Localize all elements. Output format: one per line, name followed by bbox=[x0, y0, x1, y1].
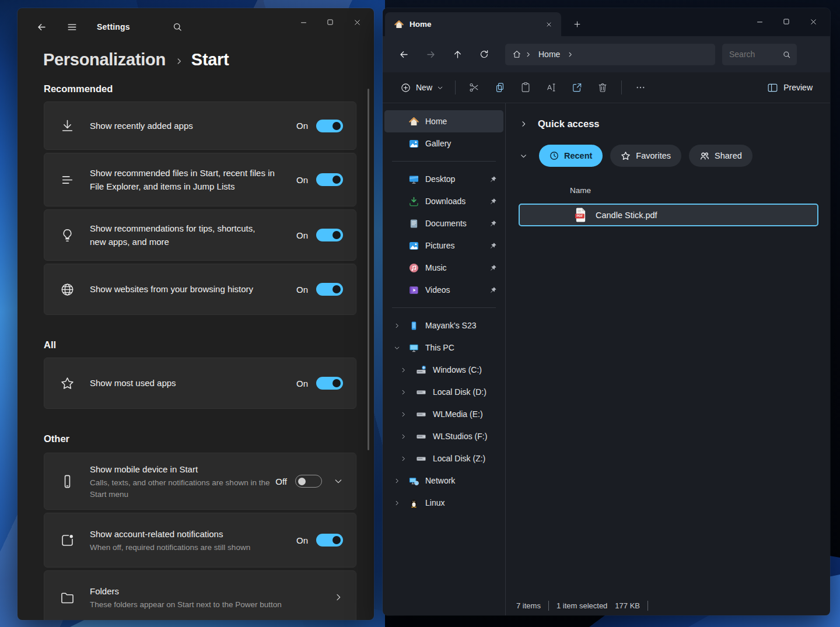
gallery-icon bbox=[409, 139, 419, 149]
nav-up-button[interactable] bbox=[446, 44, 469, 65]
chevron-down-icon[interactable] bbox=[334, 477, 343, 486]
items-count: 7 items bbox=[516, 601, 541, 610]
expander-chevron-icon[interactable] bbox=[394, 500, 400, 506]
toggle-websites-history[interactable] bbox=[316, 283, 343, 296]
maximize-button[interactable] bbox=[317, 12, 344, 33]
sidebar-item-local-disk-d[interactable]: Local Disk (D:) bbox=[384, 381, 503, 403]
cut-button[interactable] bbox=[461, 77, 487, 98]
sidebar-item-this-pc[interactable]: This PC bbox=[384, 337, 503, 359]
breadcrumb-chevron-icon bbox=[175, 57, 183, 65]
paste-button[interactable] bbox=[513, 77, 538, 98]
filter-recent[interactable]: Recent bbox=[539, 145, 603, 167]
sidebar-item-local-disk-z[interactable]: Local Disk (Z:) bbox=[384, 447, 503, 470]
more-options-button[interactable] bbox=[628, 77, 653, 98]
address-bar[interactable]: Home bbox=[505, 44, 715, 65]
sidebar-item-documents[interactable]: Documents bbox=[384, 212, 503, 234]
setting-row-folders[interactable]: Folders These folders appear on Start ne… bbox=[44, 570, 356, 620]
sidebar-item-wlstudios-f[interactable]: WLStudios (F:) bbox=[384, 425, 503, 447]
new-button[interactable]: New bbox=[394, 79, 449, 97]
sidebar-item-windows-c[interactable]: Windows (C:) bbox=[384, 359, 503, 381]
jump-list-icon bbox=[44, 172, 90, 188]
filter-label: Recent bbox=[564, 151, 592, 160]
minimize-button[interactable] bbox=[290, 12, 317, 33]
sidebar-item-home[interactable]: Home bbox=[384, 110, 503, 132]
close-icon bbox=[809, 17, 818, 26]
settings-window: Settings Personalization Start Recommend… bbox=[18, 8, 374, 620]
videos-icon bbox=[409, 285, 419, 295]
sidebar-item-wlmedia-e[interactable]: WLMedia (E:) bbox=[384, 403, 503, 425]
toggle-recommended-files[interactable] bbox=[316, 173, 343, 186]
expander-chevron-icon[interactable] bbox=[394, 345, 400, 351]
chevron-down-icon[interactable] bbox=[520, 152, 527, 160]
setting-title: Show mobile device in Start bbox=[90, 463, 275, 476]
back-arrow-icon bbox=[36, 22, 47, 33]
sidebar-item-videos[interactable]: Videos bbox=[384, 279, 503, 301]
star-icon bbox=[621, 151, 631, 161]
file-row-selected[interactable]: PDF Candle Stick.pdf bbox=[519, 204, 818, 226]
filter-shared[interactable]: Shared bbox=[689, 145, 752, 167]
toggle-account-notifications[interactable] bbox=[316, 534, 343, 547]
nav-forward-button[interactable] bbox=[419, 44, 442, 65]
sidebar-item-label: Linux bbox=[425, 498, 444, 507]
expander-chevron-icon[interactable] bbox=[394, 478, 400, 484]
toggle-most-used-apps[interactable] bbox=[316, 377, 343, 390]
breadcrumb-personalization[interactable]: Personalization bbox=[43, 50, 166, 69]
expander-chevron-icon[interactable] bbox=[394, 323, 400, 329]
sidebar-item-pictures[interactable]: Pictures bbox=[384, 234, 503, 257]
expander-chevron-icon[interactable] bbox=[400, 456, 407, 462]
settings-scrollbar[interactable] bbox=[368, 89, 369, 450]
pin-icon bbox=[489, 264, 497, 272]
pin-icon bbox=[489, 198, 497, 205]
toggle-knob bbox=[298, 478, 306, 485]
setting-row-most-used-apps: Show most used apps On bbox=[44, 358, 356, 409]
globe-icon bbox=[44, 282, 90, 297]
expander-chevron-icon[interactable] bbox=[400, 389, 407, 395]
network-icon bbox=[409, 476, 419, 486]
search-input[interactable] bbox=[729, 50, 782, 59]
home-tab-icon bbox=[394, 20, 404, 29]
sidebar-item-network[interactable]: Network bbox=[384, 470, 503, 492]
address-crumb-home[interactable]: Home bbox=[535, 50, 564, 59]
copy-button[interactable] bbox=[487, 77, 513, 98]
chevron-right-icon[interactable] bbox=[520, 120, 527, 128]
back-arrow-icon bbox=[398, 49, 410, 60]
expander-chevron-icon[interactable] bbox=[400, 433, 407, 440]
close-button[interactable] bbox=[800, 10, 827, 33]
back-button[interactable] bbox=[32, 17, 51, 36]
sidebar-item-gallery[interactable]: Gallery bbox=[384, 132, 503, 155]
settings-titlebar: Settings bbox=[18, 8, 374, 45]
preview-button[interactable]: Preview bbox=[761, 79, 818, 96]
tab-home[interactable]: Home bbox=[385, 12, 561, 36]
toggle-mobile-device[interactable] bbox=[295, 475, 322, 488]
settings-search-button[interactable] bbox=[167, 17, 187, 36]
minimize-button[interactable] bbox=[746, 10, 773, 33]
tab-close-button[interactable] bbox=[541, 17, 556, 32]
pin-icon bbox=[489, 286, 497, 294]
toggle-recently-added-apps[interactable] bbox=[316, 120, 343, 132]
clock-icon bbox=[550, 151, 559, 160]
share-button[interactable] bbox=[564, 77, 590, 98]
downloads-icon bbox=[409, 197, 419, 206]
sidebar-item-music[interactable]: Music bbox=[384, 257, 503, 279]
column-header-name[interactable]: Name bbox=[506, 186, 830, 195]
sidebar-item-label: Videos bbox=[425, 285, 450, 295]
expander-chevron-icon[interactable] bbox=[400, 367, 407, 373]
close-button[interactable] bbox=[344, 12, 370, 33]
filter-favorites[interactable]: Favorites bbox=[610, 145, 681, 167]
maximize-button[interactable] bbox=[773, 10, 800, 33]
navigation-menu-button[interactable] bbox=[62, 17, 82, 36]
search-box[interactable] bbox=[722, 44, 797, 65]
expander-chevron-icon[interactable] bbox=[400, 411, 407, 418]
delete-button[interactable] bbox=[590, 77, 615, 98]
toggle-recommendations-tips[interactable] bbox=[316, 229, 343, 241]
quick-access-header[interactable]: Quick access bbox=[506, 118, 830, 129]
new-tab-button[interactable] bbox=[567, 14, 587, 34]
sidebar-item-downloads[interactable]: Downloads bbox=[384, 190, 503, 212]
sidebar-item-phone-device[interactable]: Mayank's S23 bbox=[384, 314, 503, 337]
sidebar-item-desktop[interactable]: Desktop bbox=[384, 168, 503, 190]
app-title: Settings bbox=[97, 22, 130, 31]
nav-refresh-button[interactable] bbox=[473, 44, 496, 65]
rename-button[interactable] bbox=[538, 77, 564, 98]
nav-back-button[interactable] bbox=[392, 44, 415, 65]
sidebar-item-linux[interactable]: Linux bbox=[384, 492, 503, 514]
